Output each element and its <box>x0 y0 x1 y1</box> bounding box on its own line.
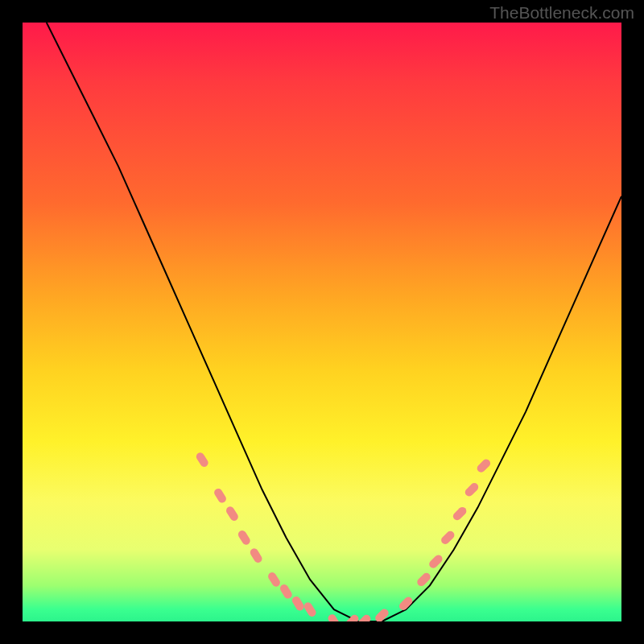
svg-line-9 <box>332 618 336 621</box>
watermark-text: TheBottleneck.com <box>489 3 634 23</box>
svg-line-2 <box>230 510 234 517</box>
plot-area <box>23 23 621 621</box>
svg-line-12 <box>379 613 384 617</box>
chart-svg <box>23 23 621 621</box>
svg-line-6 <box>284 588 288 595</box>
curve-line <box>47 23 621 621</box>
svg-line-4 <box>254 552 258 559</box>
svg-line-11 <box>361 619 366 621</box>
chart-container: TheBottleneck.com <box>0 0 644 644</box>
svg-line-14 <box>421 577 426 582</box>
svg-line-3 <box>242 535 246 541</box>
svg-line-15 <box>433 559 438 564</box>
svg-line-18 <box>469 487 474 492</box>
svg-line-13 <box>403 601 408 606</box>
highlight-markers <box>200 456 486 621</box>
svg-line-19 <box>481 463 486 468</box>
svg-line-5 <box>272 576 276 583</box>
svg-line-8 <box>308 606 312 613</box>
svg-line-16 <box>445 535 450 540</box>
svg-line-10 <box>349 619 354 621</box>
svg-line-0 <box>200 456 204 463</box>
svg-line-17 <box>457 511 462 516</box>
svg-line-7 <box>296 601 300 607</box>
svg-line-1 <box>218 493 222 499</box>
